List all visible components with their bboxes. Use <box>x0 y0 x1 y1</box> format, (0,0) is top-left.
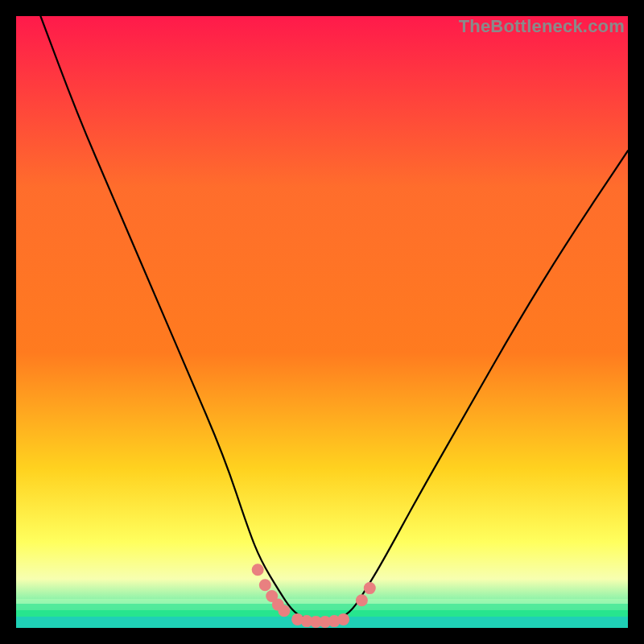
marker-flat-6 <box>337 613 349 625</box>
band-green-2 <box>16 610 628 617</box>
watermark-text: TheBottleneck.com <box>459 16 625 37</box>
gradient-background <box>16 16 628 628</box>
marker-left-cluster-bottom <box>278 605 290 617</box>
marker-left-cluster-upper <box>259 579 271 591</box>
marker-right-pair-low <box>356 594 368 606</box>
chart-frame: TheBottleneck.com <box>16 16 628 628</box>
band-pale <box>16 599 628 604</box>
marker-right-pair-high <box>364 582 376 594</box>
marker-left-cluster-top <box>252 564 264 576</box>
band-green-1 <box>16 604 628 610</box>
bottleneck-chart <box>16 16 628 628</box>
